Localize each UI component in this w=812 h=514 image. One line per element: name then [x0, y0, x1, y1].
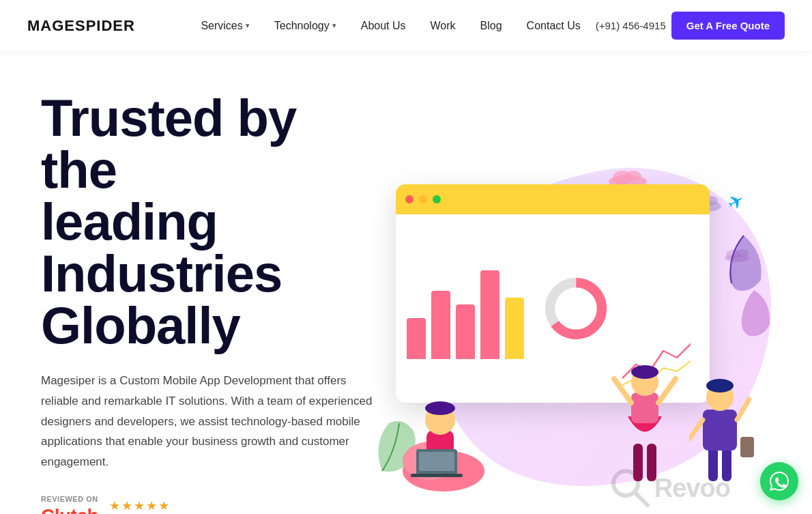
- bar-1: [407, 318, 426, 359]
- star-2: ★: [121, 498, 132, 513]
- browser-dot-red: [405, 195, 414, 203]
- svg-point-15: [425, 401, 455, 415]
- clutch-info: REVIEWED ON Clutch: [41, 494, 98, 514]
- nav-links: Services ▾ Technology ▾ About Us Work Bl…: [191, 12, 785, 40]
- bar-3: [456, 304, 475, 359]
- bar-5: [505, 298, 524, 359]
- bar-2: [431, 291, 450, 359]
- person-sitting: [389, 369, 498, 491]
- nav-item-work[interactable]: Work: [421, 16, 465, 36]
- hero-heading: Trusted by the leading Industries Global…: [41, 92, 375, 352]
- nav-blog-label: Blog: [480, 20, 502, 32]
- nav-item-services[interactable]: Services ▾: [191, 16, 259, 36]
- donut-chart: [538, 225, 614, 392]
- nav-about-label: About Us: [361, 20, 406, 32]
- svg-point-25: [631, 365, 658, 379]
- reviewed-on-label: REVIEWED ON: [41, 494, 98, 504]
- leaf-decoration-2: [737, 287, 771, 341]
- svg-line-35: [635, 493, 648, 505]
- svg-rect-20: [647, 444, 656, 481]
- svg-rect-21: [631, 392, 658, 423]
- svg-rect-26: [708, 447, 718, 481]
- svg-rect-33: [740, 437, 754, 457]
- hero-illustration: ✈: [375, 150, 771, 514]
- chevron-down-icon: ▾: [246, 21, 250, 30]
- whatsapp-icon: [768, 470, 790, 492]
- svg-rect-18: [411, 474, 463, 477]
- star-3: ★: [134, 498, 145, 513]
- browser-bar: [396, 184, 710, 214]
- nav-technology-label: Technology: [274, 20, 330, 32]
- star-4: ★: [146, 498, 157, 513]
- svg-line-30: [737, 399, 749, 420]
- get-quote-button[interactable]: Get A Free Quote: [671, 12, 785, 40]
- chevron-down-icon: ▾: [332, 21, 336, 30]
- nav-contact-label: Contact Us: [527, 20, 581, 32]
- browser-dot-green: [433, 195, 441, 203]
- svg-rect-27: [722, 447, 731, 481]
- svg-point-32: [706, 379, 734, 392]
- clutch-logo: Clutch: [41, 505, 98, 514]
- nav-phone-item: (+91) 456-4915: [596, 20, 666, 32]
- svg-rect-17: [419, 452, 454, 471]
- logo[interactable]: MAGESPIDER: [27, 17, 135, 35]
- nav-phone: (+91) 456-4915: [596, 20, 666, 31]
- svg-rect-28: [703, 410, 737, 451]
- person-standing-right: [689, 348, 757, 485]
- nav-item-about[interactable]: About Us: [351, 16, 416, 36]
- svg-rect-19: [633, 444, 643, 481]
- donut-svg: [542, 274, 610, 343]
- hero-left: Trusted by the leading Industries Global…: [41, 92, 375, 514]
- nav-item-technology[interactable]: Technology ▾: [265, 16, 346, 36]
- clutch-stars-block: ★ ★ ★ ★ ★ 30 REVIEWS: [109, 498, 169, 514]
- hero-section: Trusted by the leading Industries Global…: [0, 51, 812, 514]
- svg-point-2: [625, 171, 641, 182]
- bar-4: [480, 270, 499, 359]
- hero-description: Magesiper is a Custom Mobile App Develop…: [41, 371, 375, 472]
- nav-cta-item[interactable]: Get A Free Quote: [671, 12, 785, 40]
- nav-services-label: Services: [201, 20, 242, 32]
- person-standing-left: [607, 348, 682, 485]
- nav-item-blog[interactable]: Blog: [471, 16, 512, 36]
- whatsapp-button[interactable]: [760, 462, 798, 500]
- star-rating: ★ ★ ★ ★ ★: [109, 498, 169, 513]
- star-5: ★: [158, 498, 169, 513]
- nav-item-contact[interactable]: Contact Us: [517, 16, 590, 36]
- navbar: MAGESPIDER Services ▾ Technology ▾ About…: [0, 0, 812, 51]
- star-1: ★: [109, 498, 120, 513]
- svg-line-22: [614, 379, 631, 403]
- svg-line-23: [658, 379, 676, 403]
- svg-point-10: [550, 283, 602, 334]
- clutch-review: REVIEWED ON Clutch ★ ★ ★ ★ ★ 30 REVIEWS: [41, 494, 375, 514]
- svg-line-29: [689, 420, 703, 444]
- bar-chart: [407, 225, 530, 362]
- nav-work-label: Work: [431, 20, 456, 32]
- browser-dot-yellow: [419, 195, 427, 203]
